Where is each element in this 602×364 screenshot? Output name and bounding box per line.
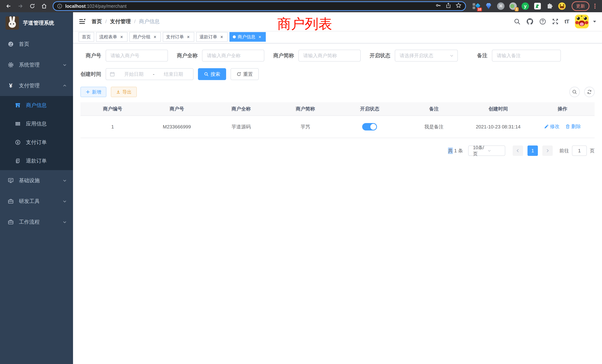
payment-submenu: 商户信息 应用信息 支付订单 <box>0 96 73 170</box>
export-button[interactable]: 导出 <box>111 87 137 97</box>
browser-forward-button[interactable] <box>16 1 25 11</box>
search-button[interactable]: 搜索 <box>198 68 226 80</box>
extension-icon-3[interactable]: ⌘ <box>497 2 505 10</box>
url-bar[interactable]: localhost:1024/pay/merchant <box>53 1 466 11</box>
status-select[interactable]: 请选择开启状态 <box>395 50 458 62</box>
extension-badge: 10 <box>477 8 482 11</box>
page-info-icon[interactable] <box>57 3 62 9</box>
breadcrumb-home[interactable]: 首页 <box>92 18 102 25</box>
logo-rabbit-image <box>6 16 19 30</box>
extension-icon-5[interactable]: y <box>522 2 529 10</box>
tag-user-group[interactable]: 用户分组 × <box>129 32 161 42</box>
sidebar-item-label: 研发工具 <box>19 198 40 205</box>
sidebar-item-infrastructure[interactable]: 基础设施 <box>0 170 73 191</box>
sidebar-item-payment[interactable]: ¥ 支付管理 <box>0 75 73 96</box>
toggle-search-button[interactable] <box>569 87 580 97</box>
chevron-down-icon <box>487 149 502 152</box>
user-avatar[interactable] <box>575 15 589 28</box>
col-short-name: 商户简称 <box>273 102 337 116</box>
col-create-time: 创建时间 <box>466 102 530 116</box>
extensions-puzzle-icon[interactable] <box>546 2 553 10</box>
browser-update-button[interactable]: 更新 <box>572 1 589 11</box>
edit-link[interactable]: 修改 <box>544 123 559 130</box>
tag-label: 流程表单 <box>99 34 117 40</box>
sidebar-item-home[interactable]: 首页 <box>0 34 73 54</box>
delete-link[interactable]: 删除 <box>565 123 581 130</box>
close-icon[interactable]: × <box>257 34 262 40</box>
refresh-button[interactable] <box>584 87 595 97</box>
browser-home-button[interactable] <box>39 1 49 11</box>
pagination: 共 1 条 10条/页 1 前往 <box>80 146 595 156</box>
browser-back-button[interactable] <box>4 1 13 11</box>
tag-refund-order[interactable]: 退款订单 × <box>196 32 228 42</box>
url-host: localhost <box>65 3 86 9</box>
create-time-label: 创建时间 <box>80 71 106 78</box>
command-icon: ⌘ <box>497 2 505 10</box>
sidebar-item-refund-order[interactable]: 退款订单 <box>0 152 73 170</box>
close-icon[interactable]: × <box>219 34 224 40</box>
remark-input[interactable] <box>492 50 561 62</box>
date-range-picker[interactable]: 开始日期 - 结束日期 <box>106 68 194 80</box>
next-page-button[interactable] <box>542 146 553 156</box>
share-icon[interactable] <box>446 3 451 10</box>
sidebar-item-dev-tools[interactable]: 研发工具 <box>0 191 73 212</box>
tag-pay-order[interactable]: 支付订单 × <box>163 32 194 42</box>
search-icon[interactable] <box>514 18 520 25</box>
extension-badge: 1 <box>515 7 519 11</box>
table-header-row: 商户编号 商户号 商户全称 商户简称 开启状态 备注 创建时间 操作 <box>80 102 595 116</box>
cell-remark: 我是备注 <box>402 116 466 138</box>
merchant-table: 商户编号 商户号 商户全称 商户简称 开启状态 备注 创建时间 操作 1 <box>80 102 595 138</box>
tag-merchant-info[interactable]: 商户信息 × <box>229 32 266 42</box>
url-text: localhost:1024/pay/merchant <box>65 3 433 9</box>
breadcrumb-separator: / <box>105 19 107 24</box>
close-icon[interactable]: × <box>152 34 158 40</box>
help-question-icon[interactable] <box>539 18 546 25</box>
github-icon[interactable] <box>526 18 533 25</box>
breadcrumb: 首页 / 支付管理 / 商户信息 <box>92 18 160 25</box>
page-unit-label: 页 <box>590 148 595 154</box>
full-name-input[interactable] <box>202 50 264 62</box>
status-toggle[interactable] <box>362 123 377 130</box>
page-size-value: 10条/页 <box>473 145 487 157</box>
reset-button[interactable]: 重置 <box>231 68 259 80</box>
extension-icon-1[interactable]: 10 <box>473 2 480 10</box>
col-full-name: 商户全称 <box>209 102 273 116</box>
add-button[interactable]: 新增 <box>80 87 106 97</box>
extension-icon-2[interactable] <box>485 2 492 10</box>
prev-page-button[interactable] <box>513 146 523 156</box>
emoji-extension-icon[interactable] <box>558 2 566 10</box>
close-icon[interactable]: × <box>119 34 124 40</box>
tag-home[interactable]: 首页 <box>79 32 94 42</box>
pagination-goto: 前往 页 <box>559 146 595 156</box>
sidebar-item-pay-order[interactable]: 支付订单 <box>0 133 73 152</box>
font-size-icon[interactable]: tT <box>565 18 569 25</box>
tag-process-form[interactable]: 流程表单 × <box>96 32 128 42</box>
browser-menu-icon[interactable] <box>592 4 598 9</box>
sidebar-item-merchant-info[interactable]: 商户信息 <box>0 96 73 115</box>
sidebar-logo[interactable]: 芋道管理系统 <box>0 12 73 34</box>
password-key-icon[interactable] <box>436 3 441 10</box>
fullscreen-icon[interactable] <box>552 18 559 25</box>
browser-reload-button[interactable] <box>27 1 37 11</box>
breadcrumb-payment[interactable]: 支付管理 <box>110 18 131 25</box>
sidebar-item-system[interactable]: 系统管理 <box>0 54 73 75</box>
edit-link-label: 修改 <box>550 123 559 130</box>
goto-page-input[interactable] <box>572 146 587 156</box>
sidebar-item-label: 首页 <box>19 41 29 48</box>
merchant-no-input[interactable] <box>106 50 168 62</box>
bookmark-star-icon[interactable] <box>456 2 462 10</box>
page-size-select[interactable]: 10条/页 <box>468 146 505 156</box>
close-icon[interactable]: × <box>186 34 191 40</box>
sidebar-item-workflow[interactable]: 工作流程 <box>0 212 73 232</box>
breadcrumb-current: 商户信息 <box>139 18 160 25</box>
sidebar-item-app-info[interactable]: 应用信息 <box>0 115 73 133</box>
short-name-input[interactable] <box>298 50 361 62</box>
page-number-1[interactable]: 1 <box>527 146 538 156</box>
caret-down-icon[interactable] <box>592 19 597 24</box>
extension-icon-6[interactable] <box>534 2 541 10</box>
end-date-placeholder: 结束日期 <box>157 71 189 77</box>
navbar: 首页 / 支付管理 / 商户信息 <box>73 12 602 31</box>
extension-icon-4[interactable]: 1 <box>509 2 517 10</box>
status-label: 开启状态 <box>370 52 395 59</box>
sidebar-toggle-icon[interactable] <box>73 18 91 25</box>
